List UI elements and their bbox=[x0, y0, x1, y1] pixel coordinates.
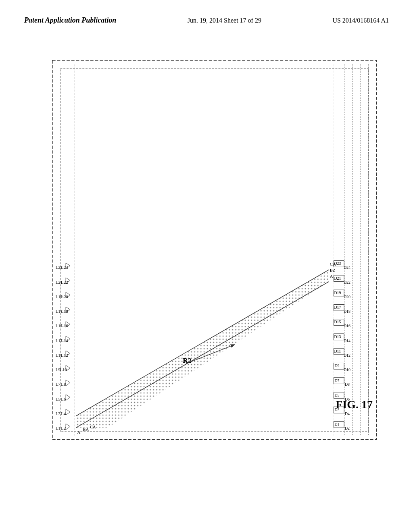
svg-text:L2: L2 bbox=[61, 426, 66, 430]
svg-text:D12: D12 bbox=[344, 353, 350, 357]
svg-text:BA: BA bbox=[83, 427, 89, 432]
svg-text:L6: L6 bbox=[61, 397, 66, 401]
svg-text:D18: D18 bbox=[344, 309, 350, 314]
svg-text:D5: D5 bbox=[335, 393, 340, 397]
svg-text:L12: L12 bbox=[61, 353, 68, 357]
svg-line-84 bbox=[76, 270, 329, 416]
svg-text:D15: D15 bbox=[334, 320, 341, 324]
svg-text:BZ: BZ bbox=[330, 268, 336, 272]
svg-text:D17: D17 bbox=[334, 305, 341, 310]
svg-text:D8: D8 bbox=[345, 382, 350, 387]
svg-text:L4: L4 bbox=[61, 411, 66, 416]
svg-text:D11: D11 bbox=[334, 349, 341, 353]
svg-text:L8: L8 bbox=[61, 382, 66, 387]
svg-text:A: A bbox=[330, 274, 333, 278]
svg-text:D7: D7 bbox=[335, 378, 340, 383]
svg-text:D14: D14 bbox=[344, 339, 350, 343]
svg-text:L16: L16 bbox=[61, 323, 68, 328]
svg-text:D13: D13 bbox=[334, 335, 341, 339]
svg-text:L18: L18 bbox=[61, 309, 68, 314]
svg-text:D2: D2 bbox=[345, 426, 350, 430]
svg-rect-1 bbox=[60, 68, 368, 432]
svg-text:D21: D21 bbox=[334, 276, 341, 281]
right-labels-group: D1 D2 D3 D4 D5 D6 D7 D8 D9 D10 D11 D12 D… bbox=[333, 64, 369, 436]
page-header: Patent Application Publication Jun. 19, … bbox=[24, 16, 389, 25]
svg-text:CA: CA bbox=[330, 262, 336, 266]
svg-marker-10 bbox=[66, 395, 70, 401]
svg-rect-0 bbox=[52, 60, 377, 440]
svg-text:D1: D1 bbox=[335, 422, 340, 426]
svg-text:D24: D24 bbox=[344, 265, 350, 270]
svg-text:D20: D20 bbox=[344, 295, 350, 299]
svg-text:L7: L7 bbox=[56, 382, 61, 387]
svg-text:L14: L14 bbox=[61, 338, 68, 343]
svg-text:L20: L20 bbox=[61, 294, 68, 299]
svg-text:L3: L3 bbox=[56, 411, 60, 416]
svg-marker-4 bbox=[66, 424, 70, 430]
svg-marker-7 bbox=[66, 409, 70, 415]
svg-text:CA: CA bbox=[90, 424, 96, 429]
svg-text:D16: D16 bbox=[344, 324, 350, 328]
left-labels-group: L1 L2 L3 L4 L5 L6 L7 L8 L9 L10 L11 L12 L… bbox=[56, 263, 70, 431]
svg-text:A: A bbox=[77, 430, 81, 434]
svg-text:D22: D22 bbox=[344, 280, 350, 285]
figure-label: FIG. 17 bbox=[336, 398, 373, 411]
svg-marker-82 bbox=[76, 270, 329, 428]
figure-17-svg: L1 L2 L3 L4 L5 L6 L7 L8 L9 L10 L11 L12 L… bbox=[24, 56, 389, 451]
svg-text:L1: L1 bbox=[56, 426, 60, 430]
publication-date-sheet: Jun. 19, 2014 Sheet 17 of 29 bbox=[188, 17, 261, 24]
publication-number: US 2014/0168164 A1 bbox=[332, 17, 389, 24]
svg-text:L24: L24 bbox=[61, 265, 68, 270]
svg-text:D4: D4 bbox=[345, 411, 350, 416]
svg-text:D9: D9 bbox=[335, 364, 340, 368]
svg-text:D19: D19 bbox=[334, 291, 341, 295]
svg-text:L5: L5 bbox=[56, 397, 60, 401]
diagram-area: L1 L2 L3 L4 L5 L6 L7 L8 L9 L10 L11 L12 L… bbox=[24, 56, 389, 451]
svg-text:L22: L22 bbox=[61, 280, 68, 285]
svg-marker-13 bbox=[66, 380, 70, 386]
svg-line-83 bbox=[76, 282, 329, 428]
publication-title: Patent Application Publication bbox=[24, 16, 116, 25]
svg-text:D10: D10 bbox=[344, 368, 350, 372]
